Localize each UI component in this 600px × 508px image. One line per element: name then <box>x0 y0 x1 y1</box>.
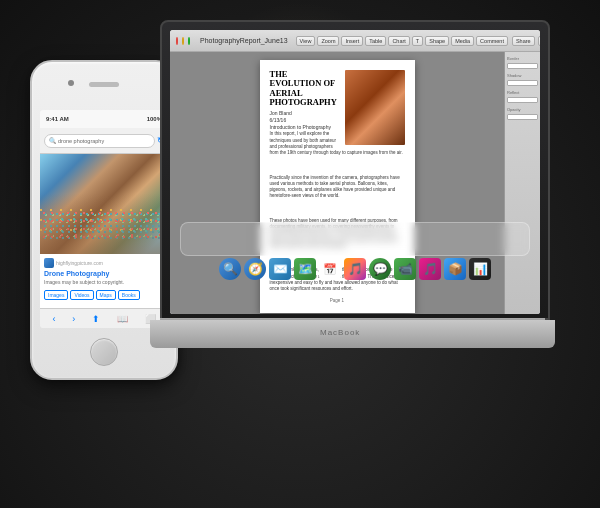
toolbar-insert[interactable]: Insert <box>341 36 363 46</box>
sidebar-reflect-section: Reflect <box>507 90 538 103</box>
iphone-status-bar: 9:41 AM 100% <box>40 110 168 128</box>
dock-icon-maps[interactable]: 🗺️ <box>294 258 316 280</box>
toolbar-text[interactable]: T <box>412 36 423 46</box>
sidebar-shadow-label: Shadow <box>507 73 538 78</box>
beach-overlay <box>40 194 168 254</box>
macbook: PhotographyReport_June13 View Zoom Inser… <box>160 20 570 420</box>
doc-page-number: Page 1 <box>270 298 405 303</box>
dock-icon-mail[interactable]: ✉️ <box>269 258 291 280</box>
dock-icon-finder[interactable]: 🔍 <box>219 258 241 280</box>
sidebar-border-control[interactable] <box>507 63 538 69</box>
toolbar-shape[interactable]: Shape <box>425 36 449 46</box>
sidebar-opacity-label: Opacity <box>507 107 538 112</box>
doc-image-inner <box>345 70 405 145</box>
search-icon: 🔍 <box>49 137 56 144</box>
status-time: 9:41 AM <box>46 116 69 122</box>
window-title: PhotographyReport_June13 <box>200 37 288 44</box>
traffic-light-maximize[interactable] <box>188 37 190 45</box>
toolbar-chart[interactable]: Chart <box>388 36 409 46</box>
toolbar-media[interactable]: Media <box>451 36 474 46</box>
sidebar-shadow-control[interactable] <box>507 80 538 86</box>
macos-toolbar[interactable]: PhotographyReport_June13 View Zoom Inser… <box>170 30 540 52</box>
sidebar-shadow-section: Shadow <box>507 73 538 86</box>
iphone-screen: 9:41 AM 100% 🔍 drone photography ↻ <box>40 110 168 328</box>
toolbar-table[interactable]: Table <box>365 36 386 46</box>
dock-icon-appstore[interactable]: 📦 <box>444 258 466 280</box>
share-button[interactable]: Share <box>512 36 535 46</box>
safari-browser: 9:41 AM 100% 🔍 drone photography ↻ <box>40 110 168 328</box>
toolbar-view[interactable]: View <box>296 36 316 46</box>
result-snippet: Images may be subject to copyright. <box>40 279 168 286</box>
sidebar-reflect-control[interactable] <box>507 97 538 103</box>
dock-icon-itunes[interactable]: 🎵 <box>419 258 441 280</box>
sidebar-opacity-control[interactable] <box>507 114 538 120</box>
bookmarks-button[interactable]: 📖 <box>117 314 128 324</box>
macos-dock: 🔍 🧭 ✉️ 🗺️ 📅 🎵 💬 📹 🎵 📦 📊 <box>170 246 540 284</box>
result-domain: highflyingpicture.com <box>56 260 103 266</box>
search-result-image <box>40 154 168 254</box>
traffic-light-close[interactable] <box>176 37 178 45</box>
result-title-row: highflyingpicture.com <box>40 254 168 270</box>
doc-body-2: Practically since the invention of the c… <box>270 175 405 200</box>
dock-icon-safari[interactable]: 🧭 <box>244 258 266 280</box>
iphone-home-button[interactable] <box>90 338 118 366</box>
tag-images[interactable]: Images <box>44 290 68 300</box>
macbook-label: MacBook <box>320 328 360 337</box>
macbook-screen-inner: PhotographyReport_June13 View Zoom Inser… <box>170 30 540 314</box>
macbook-screen-bezel: PhotographyReport_June13 View Zoom Inser… <box>160 20 550 320</box>
search-text: drone photography <box>58 138 104 144</box>
toolbar-right: Share Style <box>512 36 540 46</box>
dock-icon-messages[interactable]: 💬 <box>369 258 391 280</box>
result-title[interactable]: Drone Photography <box>40 270 168 279</box>
toolbar-zoom[interactable]: Zoom <box>317 36 339 46</box>
dock-icon-calendar[interactable]: 📅 <box>319 258 341 280</box>
back-button[interactable]: ‹ <box>52 314 55 324</box>
dock-background <box>180 222 530 256</box>
sidebar-reflect-label: Reflect <box>507 90 538 95</box>
toolbar-controls: View Zoom Insert Table Chart T Shape Med… <box>296 36 508 46</box>
forward-button[interactable]: › <box>72 314 75 324</box>
tag-videos[interactable]: Videos <box>70 290 93 300</box>
safari-search-bar[interactable]: 🔍 drone photography <box>44 134 155 148</box>
toolbar-comment[interactable]: Comment <box>476 36 508 46</box>
dock-icon-facetime[interactable]: 📹 <box>394 258 416 280</box>
iphone-camera <box>68 80 74 86</box>
dock-icon-stocks[interactable]: 📊 <box>469 258 491 280</box>
safari-nav[interactable]: 🔍 drone photography ↻ <box>40 128 168 154</box>
result-favicon <box>44 258 54 268</box>
doc-image <box>345 70 405 145</box>
traffic-light-minimize[interactable] <box>182 37 184 45</box>
result-tags: Images Videos Maps Books <box>40 286 168 304</box>
iphone-speaker <box>89 82 119 87</box>
style-button[interactable]: Style <box>538 36 540 46</box>
safari-content: highflyingpicture.com Drone Photography … <box>40 154 168 308</box>
sidebar-border-section: Border <box>507 56 538 69</box>
tag-books[interactable]: Books <box>118 290 140 300</box>
safari-bottom-toolbar[interactable]: ‹ › ⬆ 📖 ⬜ <box>40 308 168 328</box>
tag-maps[interactable]: Maps <box>96 290 116 300</box>
dock-icon-photos[interactable]: 🎵 <box>344 258 366 280</box>
sidebar-opacity-section: Opacity <box>507 107 538 120</box>
sidebar-border-label: Border <box>507 56 538 61</box>
share-button[interactable]: ⬆ <box>92 314 100 324</box>
